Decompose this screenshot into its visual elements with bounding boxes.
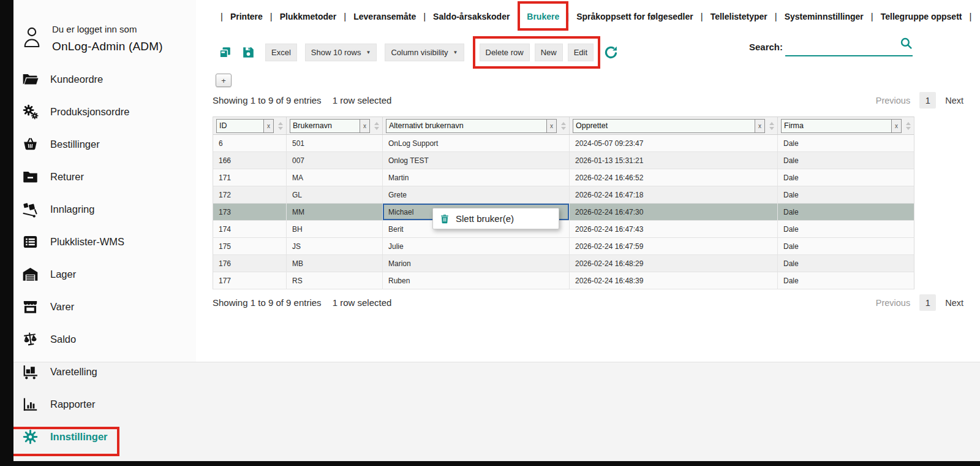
previous-page-button[interactable]: Previous [876, 96, 910, 105]
save-icon[interactable] [242, 46, 255, 59]
cell-brukernavn[interactable]: RS [287, 272, 383, 289]
table-row[interactable]: 6501OnLog Support2024-05-07 09:23:47Dale [213, 135, 914, 152]
refresh-icon[interactable] [604, 45, 618, 59]
cell-id[interactable]: 175 [213, 238, 287, 254]
search-icon[interactable] [900, 37, 913, 50]
show-10-rows-button[interactable]: Show 10 rows▼ [305, 44, 377, 61]
sidebar-item-varetelling[interactable]: Varetelling [13, 356, 196, 388]
sidebar-item-rapporter[interactable]: Rapporter [13, 388, 196, 421]
copy-icon[interactable] [219, 46, 232, 59]
cell-firma[interactable]: Dale [778, 221, 914, 237]
cell-brukernavn[interactable]: JS [287, 238, 383, 254]
tab-leveransem-te[interactable]: Leveransemåte [353, 12, 416, 21]
cell-alternativt-brukernavn[interactable]: Grete [383, 186, 570, 203]
cell-brukernavn[interactable]: GL [287, 186, 383, 203]
column-filter-input[interactable]: Firmax [781, 119, 902, 133]
cell-firma[interactable]: Dale [778, 272, 914, 289]
tab-plukkmetoder[interactable]: Plukkmetoder [280, 12, 337, 21]
cell-opprettet[interactable]: 2026-02-24 16:47:18 [570, 186, 778, 203]
cell-brukernavn[interactable]: MB [287, 255, 383, 272]
column-visibility-button[interactable]: Column visibility▼ [385, 44, 464, 61]
cell-id[interactable]: 173 [213, 204, 287, 220]
cell-id[interactable]: 172 [213, 186, 287, 203]
cell-brukernavn[interactable]: BH [287, 221, 383, 237]
cell-id[interactable]: 176 [213, 255, 287, 272]
previous-page-button[interactable]: Previous [876, 298, 910, 308]
cell-id[interactable]: 166 [213, 152, 287, 169]
tab-tellelistetyper[interactable]: Tellelistetyper [710, 12, 767, 21]
cell-firma[interactable]: Dale [778, 152, 914, 169]
sidebar-item-plukklister-wms[interactable]: Plukklister-WMS [13, 226, 196, 258]
page-number-button[interactable]: 1 [919, 294, 936, 311]
cell-firma[interactable]: Dale [778, 204, 914, 220]
cell-alternativt-brukernavn[interactable]: Martin [383, 169, 570, 186]
next-page-button[interactable]: Next [945, 96, 963, 105]
table-row[interactable]: 174BHBerit2026-02-24 16:47:43Dale [213, 221, 914, 238]
cell-id[interactable]: 177 [213, 272, 287, 289]
add-row-button[interactable]: + [216, 74, 232, 87]
sidebar-item-varer[interactable]: Varer [13, 291, 196, 323]
sort-arrows[interactable] [372, 122, 380, 130]
cell-id[interactable]: 6 [213, 135, 287, 151]
clear-filter-button[interactable]: x [891, 120, 901, 132]
table-row[interactable]: 166007Onlog TEST2026-01-13 15:31:21Dale [213, 152, 914, 169]
delete-row-button[interactable]: Delete row [480, 44, 530, 61]
cell-brukernavn[interactable]: MA [287, 169, 383, 186]
cell-opprettet[interactable]: 2026-02-24 16:47:30 [570, 204, 778, 220]
column-filter-input[interactable]: IDx [216, 119, 274, 133]
sidebar-item-returer[interactable]: Returer [13, 161, 196, 193]
clear-filter-button[interactable]: x [360, 120, 369, 132]
column-filter-input[interactable]: Opprettetx [573, 119, 765, 133]
sort-arrows[interactable] [276, 122, 284, 130]
tab-spr-koppsett-for-f-lgesedler[interactable]: Språkoppsett for følgesedler [576, 12, 693, 21]
sidebar-item-bestillinger[interactable]: Bestillinger [13, 128, 196, 161]
cell-alternativt-brukernavn[interactable]: Onlog TEST [383, 152, 570, 169]
cell-firma[interactable]: Dale [778, 238, 914, 254]
sidebar-item-produksjonsordre[interactable]: Produksjonsordre [13, 96, 196, 128]
cell-id[interactable]: 174 [213, 221, 287, 237]
page-number-button[interactable]: 1 [919, 92, 936, 109]
cell-brukernavn[interactable]: 007 [287, 152, 383, 169]
table-row[interactable]: 177RSRuben2026-02-24 16:48:39Dale [213, 272, 914, 289]
cell-alternativt-brukernavn[interactable]: OnLog Support [383, 135, 570, 151]
tab-saldo-rsakskoder[interactable]: Saldo-årsakskoder [433, 12, 510, 21]
sidebar-item-saldo[interactable]: Saldo [13, 323, 196, 356]
new-button[interactable]: New [535, 44, 563, 61]
clear-filter-button[interactable]: x [546, 120, 556, 132]
tab-tellegruppe-oppsett[interactable]: Tellegruppe oppsett [881, 12, 962, 21]
tab-brukere[interactable]: Brukere [527, 12, 559, 21]
cell-firma[interactable]: Dale [778, 255, 914, 272]
clear-filter-button[interactable]: x [755, 120, 764, 132]
sidebar-item-innlagring[interactable]: Innlagring [13, 193, 196, 226]
clear-filter-button[interactable]: x [263, 120, 273, 132]
sidebar-item-innstillinger[interactable]: Innstillinger [13, 421, 196, 453]
tab-printere[interactable]: Printere [230, 12, 263, 21]
cell-alternativt-brukernavn[interactable]: Ruben [383, 272, 570, 289]
table-row[interactable]: 171MAMartin2026-02-24 16:46:52Dale [213, 169, 914, 186]
cell-opprettet[interactable]: 2026-02-24 16:48:39 [570, 272, 778, 289]
cell-opprettet[interactable]: 2026-02-24 16:48:29 [570, 255, 778, 272]
sort-arrows[interactable] [904, 122, 912, 130]
cell-id[interactable]: 171 [213, 169, 287, 186]
column-filter-input[interactable]: Alternativt brukernavnx [386, 119, 557, 133]
sort-arrows[interactable] [767, 122, 775, 130]
cell-firma[interactable]: Dale [778, 169, 914, 186]
cell-opprettet[interactable]: 2026-01-13 15:31:21 [570, 152, 778, 169]
tab-systeminnstillinger[interactable]: Systeminnstillinger [785, 12, 864, 21]
cell-opprettet[interactable]: 2026-02-24 16:47:43 [570, 221, 778, 237]
cell-opprettet[interactable]: 2026-02-24 16:47:59 [570, 238, 778, 254]
sidebar-item-lager[interactable]: Lager [13, 258, 196, 291]
table-row[interactable]: 176MBMarion2026-02-24 16:48:29Dale [213, 255, 914, 272]
cell-firma[interactable]: Dale [778, 135, 914, 151]
table-row[interactable]: 175JSJulie2026-02-24 16:47:59Dale [213, 238, 914, 255]
cell-brukernavn[interactable]: MM [287, 204, 383, 220]
next-page-button[interactable]: Next [945, 298, 963, 308]
cell-alternativt-brukernavn[interactable]: Marion [383, 255, 570, 272]
sidebar-item-kundeordre[interactable]: Kundeordre [13, 63, 196, 96]
cell-firma[interactable]: Dale [778, 186, 914, 203]
column-filter-input[interactable]: Brukernavnx [290, 119, 370, 133]
cell-opprettet[interactable]: 2026-02-24 16:46:52 [570, 169, 778, 186]
table-row[interactable]: 172GLGrete2026-02-24 16:47:18Dale [213, 186, 914, 204]
cell-alternativt-brukernavn[interactable]: Julie [383, 238, 570, 254]
context-menu-item-slett-bruker-e[interactable]: Slett bruker(e) [440, 213, 514, 224]
